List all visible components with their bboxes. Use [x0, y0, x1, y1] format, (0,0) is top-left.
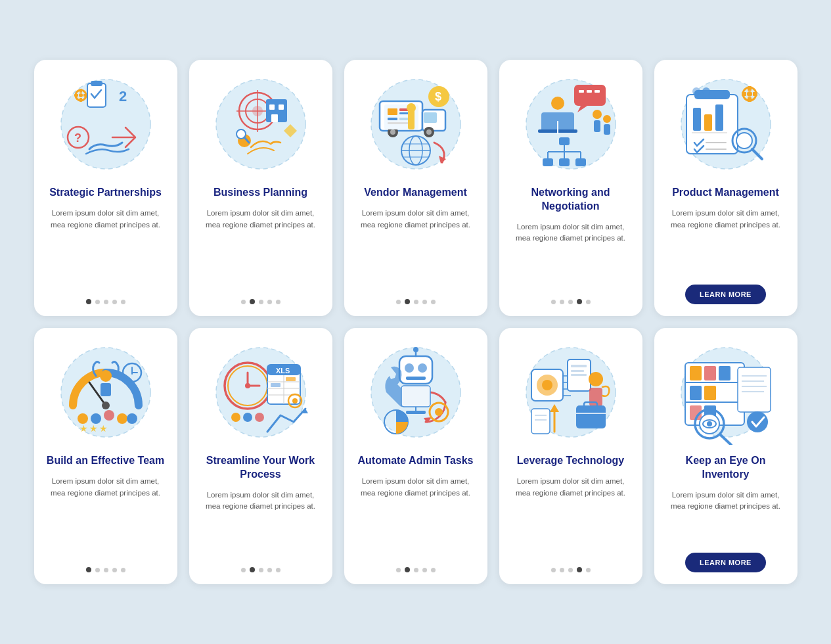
dot-4	[422, 300, 427, 304]
svg-point-34	[426, 129, 432, 135]
svg-point-130	[255, 413, 264, 422]
svg-rect-20	[269, 104, 275, 110]
svg-point-93	[692, 87, 700, 95]
illustration-strategic: 2 ?	[53, 72, 158, 177]
dot-4	[422, 568, 427, 572]
dot-1	[86, 567, 91, 572]
pagination-dots	[241, 299, 281, 304]
illustration-vendor: $	[363, 72, 468, 177]
svg-rect-3	[79, 89, 82, 93]
svg-text:★: ★	[79, 423, 88, 434]
dot-3	[104, 300, 108, 304]
illustration-business	[208, 72, 313, 177]
svg-rect-84	[693, 108, 701, 131]
svg-rect-160	[589, 388, 602, 406]
learn-more-button-2[interactable]: LEARN MORE	[685, 553, 766, 572]
illustration-inventory	[673, 340, 778, 445]
svg-text:2: 2	[119, 88, 127, 104]
svg-point-188	[707, 421, 712, 426]
svg-point-98	[100, 370, 112, 382]
svg-rect-70	[575, 158, 586, 166]
dot-4	[577, 567, 582, 572]
svg-text:$: $	[435, 90, 441, 103]
svg-rect-22	[271, 114, 278, 122]
card-product-management: Product Management Lorem ipsum dolor sit…	[654, 60, 797, 316]
dot-3	[568, 568, 573, 572]
svg-rect-79	[748, 97, 752, 102]
card-title: Vendor Management	[364, 186, 466, 200]
svg-rect-36	[388, 108, 397, 115]
card-body: Lorem ipsum dolor sit dim amet, mea regi…	[355, 476, 477, 558]
dot-3	[414, 568, 418, 572]
dot-2	[95, 568, 100, 572]
svg-point-94	[702, 87, 710, 95]
card-body: Lorem ipsum dolor sit dim amet, mea regi…	[665, 208, 787, 275]
svg-rect-69	[559, 158, 570, 166]
svg-rect-158	[571, 374, 587, 376]
svg-point-32	[390, 129, 395, 135]
illustration-leverage	[518, 340, 623, 445]
card-strategic-partnerships: 2 ? Strategic Partnerships Lorem ipsum d…	[34, 60, 177, 316]
svg-rect-124	[271, 383, 281, 387]
svg-rect-177	[704, 386, 716, 400]
dot-2	[250, 567, 255, 572]
svg-rect-74	[604, 124, 610, 135]
svg-rect-57	[595, 90, 600, 93]
dot-5	[276, 568, 281, 572]
dot-2	[250, 299, 255, 304]
svg-rect-99	[101, 383, 111, 396]
learn-more-button[interactable]: LEARN MORE	[685, 285, 766, 304]
illustration-product	[673, 72, 778, 177]
card-footer	[45, 299, 167, 304]
svg-rect-175	[719, 366, 730, 380]
svg-rect-21	[279, 104, 284, 110]
svg-point-127	[292, 398, 298, 403]
dot-1	[551, 568, 556, 572]
svg-rect-72	[594, 120, 600, 132]
illustration-team: ★ ★ ★	[53, 340, 158, 445]
svg-point-150	[542, 380, 552, 390]
dot-1	[551, 300, 556, 304]
svg-point-58	[551, 97, 564, 110]
svg-rect-62	[559, 137, 570, 145]
pagination-dots	[241, 567, 281, 572]
pagination-dots	[551, 299, 591, 304]
svg-point-128	[231, 413, 240, 422]
dot-3	[259, 300, 263, 304]
dot-2	[95, 300, 100, 304]
dot-5	[121, 568, 125, 572]
dot-3	[259, 568, 263, 572]
dot-5	[586, 300, 591, 304]
card-footer	[200, 567, 322, 572]
svg-point-135	[418, 363, 427, 373]
card-leverage-technology: Leverage Technology Lorem ipsum dolor si…	[499, 328, 642, 584]
illustration-streamline: XLS	[208, 340, 313, 445]
svg-rect-78	[748, 86, 752, 91]
dot-4	[112, 300, 117, 304]
dot-1	[396, 568, 401, 572]
dot-5	[431, 300, 436, 304]
dot-5	[586, 568, 591, 572]
svg-point-102	[104, 410, 114, 421]
card-streamline-work: XLS Streamline Your Work Proces	[189, 328, 332, 584]
card-footer	[45, 567, 167, 572]
svg-point-129	[243, 413, 252, 422]
card-business-planning: Business Planning Lorem ipsum dolor sit …	[189, 60, 332, 316]
dot-4	[577, 299, 582, 304]
pagination-dots	[86, 299, 125, 304]
card-body: Lorem ipsum dolor sit dim amet, mea regi…	[665, 490, 787, 543]
card-vendor-management: $ Vendor Management Lorem ipsum dolor si…	[344, 60, 487, 316]
svg-point-2	[79, 93, 83, 97]
svg-point-73	[603, 115, 611, 123]
svg-rect-80	[742, 92, 746, 96]
pagination-dots	[551, 567, 591, 572]
card-footer	[355, 567, 477, 572]
card-footer: LEARN MORE	[665, 285, 787, 304]
svg-rect-173	[690, 366, 702, 380]
svg-rect-56	[587, 90, 592, 93]
card-body: Lorem ipsum dolor sit dim amet, mea regi…	[510, 476, 632, 558]
svg-rect-166	[531, 409, 550, 434]
dot-1	[241, 568, 246, 572]
card-grid: 2 ? Strategic Partnerships Lorem ipsum d…	[34, 60, 797, 584]
svg-point-97	[102, 402, 110, 409]
